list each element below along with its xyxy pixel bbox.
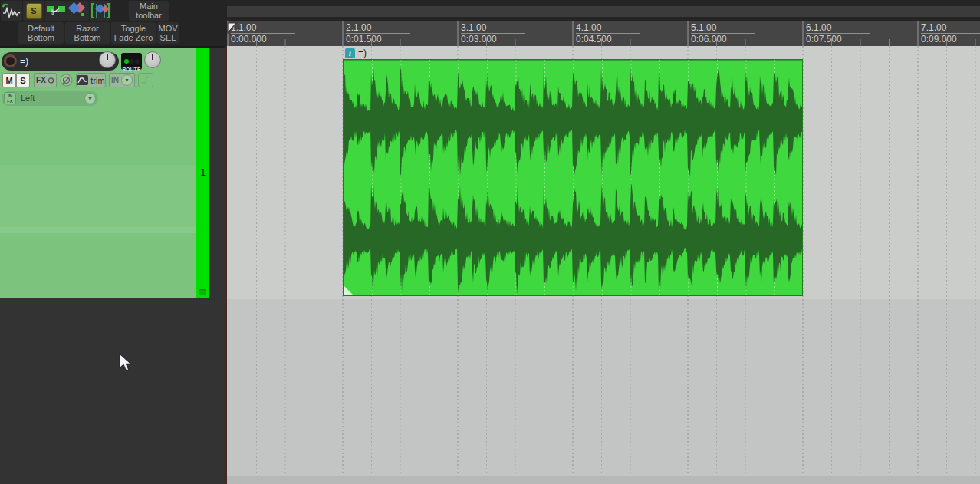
in-label: IN: [111, 76, 119, 84]
arrange-view[interactable]: i =): [227, 46, 980, 484]
fx-label: FX: [36, 76, 46, 84]
ruler-tick: 4.1.000:04.500: [576, 22, 640, 44]
trim-label: trim: [90, 76, 104, 85]
track-number: 1: [196, 167, 209, 178]
mov-sel-button[interactable]: MOV SEL: [157, 22, 179, 44]
input-monitor-button[interactable]: IN ▼: [109, 73, 135, 87]
automation-mode-button[interactable]: [138, 73, 153, 87]
default-bottom-button[interactable]: Default Bottom: [18, 22, 64, 44]
infx-line2: FX: [5, 99, 15, 104]
folder-indicator-icon[interactable]: [199, 289, 206, 295]
envelope-icon: [77, 75, 88, 85]
send-led: [130, 59, 134, 64]
reaper-window: S ✂ Main too: [0, 0, 980, 484]
panel-band: [0, 165, 196, 227]
ruler-tick: 5.1.000:06.000: [691, 22, 755, 44]
input-name-label: Left: [21, 91, 35, 106]
automation-curve-icon: [139, 74, 153, 87]
insert-envelope-point-icon[interactable]: [67, 1, 89, 21]
route-button[interactable]: ROUTE: [121, 53, 142, 70]
track-panel[interactable]: =) ROUTE M S FX: [0, 48, 196, 298]
volume-knob[interactable]: [99, 51, 116, 68]
ruler-tick: 2.1.000:01.500: [346, 22, 410, 44]
phase-button[interactable]: [59, 73, 74, 87]
track-name[interactable]: =): [20, 52, 28, 71]
audio-item[interactable]: [343, 59, 803, 296]
edit-cursor-marker[interactable]: [227, 22, 239, 35]
split-glyph: ✂: [46, 2, 66, 19]
solo-button[interactable]: S: [16, 73, 30, 87]
input-fx-badge[interactable]: IN FX: [4, 92, 16, 104]
envelope-point-glyph: [68, 2, 88, 20]
docker-band: [227, 6, 980, 17]
main-toolbar-button[interactable]: Main toolbar: [129, 1, 169, 21]
phase-icon: [59, 73, 74, 87]
item-info-badge[interactable]: i: [345, 48, 355, 58]
svg-text:✂: ✂: [49, 4, 62, 19]
fade-in-handle[interactable]: [344, 285, 354, 295]
solo-tool-icon[interactable]: S: [23, 1, 44, 21]
waveform: [344, 60, 802, 295]
send-led: [135, 59, 140, 64]
bottom-edge: [227, 476, 980, 484]
toggle-fade-zero-button[interactable]: Toggle Fade Zero: [111, 22, 156, 44]
route-label: ROUTE: [121, 67, 142, 72]
fx-button[interactable]: FX: [34, 73, 57, 87]
razor-bottom-button[interactable]: Razor Bottom: [65, 22, 110, 44]
ruler-tick: 6.1.000:07.500: [806, 22, 870, 44]
timeline-ruler[interactable]: 1.1.000:00.0002.1.000:01.5003.1.000:03.0…: [227, 21, 980, 46]
input-select-dropdown-icon[interactable]: ▼: [84, 93, 96, 104]
input-dropdown-icon[interactable]: ▼: [121, 74, 133, 86]
solo-glyph: S: [26, 3, 42, 19]
ruler-tick: 1.1.000:00.000: [231, 22, 295, 44]
track-control-panel: =) ROUTE M S FX: [0, 46, 227, 484]
ripple-waveform-icon[interactable]: [1, 1, 22, 21]
ruler-tick: 3.1.000:03.000: [461, 22, 525, 44]
item-name-label: =): [358, 47, 367, 59]
mouse-cursor: [119, 353, 134, 373]
item-edge-glyph: [90, 2, 110, 20]
pan-knob[interactable]: [144, 51, 161, 68]
panel-band: [0, 227, 196, 233]
ripple-waveform-glyph: [2, 2, 21, 19]
item-edge-select-icon[interactable]: [90, 1, 111, 21]
envelope-trim-button[interactable]: trim: [76, 73, 106, 87]
ruler-tick: 7.1.000:09.000: [921, 22, 980, 44]
input-select-pill[interactable]: IN FX Left ▼: [2, 91, 98, 106]
send-led: [124, 59, 129, 64]
mute-button[interactable]: M: [2, 73, 16, 87]
record-arm-button[interactable]: [4, 54, 17, 67]
power-icon: [48, 77, 54, 84]
split-item-icon[interactable]: ✂: [45, 1, 67, 21]
